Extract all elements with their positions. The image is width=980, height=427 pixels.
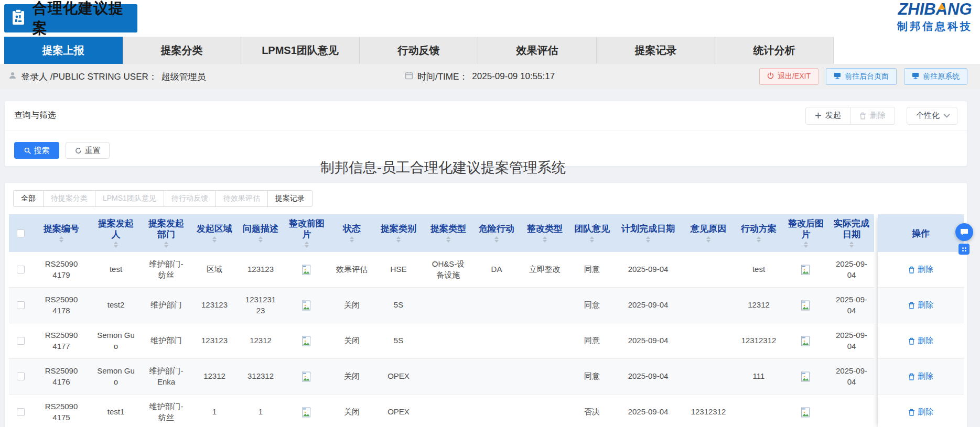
cell <box>682 252 735 287</box>
delete-row-button[interactable]: 删除 <box>908 371 933 381</box>
sort-caret-icon[interactable] <box>706 236 710 243</box>
search-button[interactable]: 搜索 <box>14 142 59 159</box>
tab-1[interactable]: 提案上报 <box>4 37 123 64</box>
reset-button[interactable]: 重置 <box>66 142 110 159</box>
sort-caret-icon[interactable] <box>849 242 854 248</box>
select-all-checkbox[interactable] <box>17 229 25 237</box>
logo-subtitle: 制邦信息科技 <box>897 19 973 34</box>
go-origin-button[interactable]: 前往原系统 <box>904 68 967 85</box>
cell: 关闭 <box>330 323 374 358</box>
cell: 12312312 <box>682 395 735 427</box>
cell <box>284 359 330 394</box>
image-thumbnail-icon[interactable] <box>801 336 811 346</box>
sort-caret-icon[interactable] <box>804 242 808 248</box>
tab-5[interactable]: 效果评估 <box>478 37 597 64</box>
cell: 12312 <box>238 323 284 358</box>
trash-icon <box>908 266 915 273</box>
cell <box>520 288 570 323</box>
row-checkbox[interactable] <box>17 373 25 380</box>
row-checkbox[interactable] <box>17 337 25 345</box>
sort-caret-icon[interactable] <box>590 236 594 243</box>
image-thumbnail-icon[interactable] <box>801 300 811 311</box>
sort-caret-icon[interactable] <box>164 242 168 248</box>
cell <box>423 359 473 394</box>
filter-card-title: 查询与筛选 <box>14 110 56 121</box>
plus-icon <box>815 112 822 119</box>
delete-row-button[interactable]: 删除 <box>908 407 933 417</box>
login-label: 登录人 /PUBLIC STRING USER： <box>21 71 157 83</box>
go-backend-button[interactable]: 前往后台页面 <box>826 68 897 85</box>
sort-caret-icon[interactable] <box>757 236 761 243</box>
session-buttons: 退出/EXIT 前往后台页面 前往原系统 <box>759 68 967 85</box>
cell <box>829 395 874 427</box>
tab-7[interactable]: 统计分析 <box>715 37 834 64</box>
sort-caret-icon[interactable] <box>494 236 499 243</box>
row-checkbox[interactable] <box>17 408 25 416</box>
action-cell: 删除 <box>878 359 964 395</box>
sort-caret-icon[interactable] <box>305 242 309 248</box>
cell: 2025-09-04 <box>829 252 874 287</box>
sort-caret-icon[interactable] <box>350 236 354 243</box>
status-chip-6[interactable]: 提案记录 <box>267 190 313 207</box>
delete-row-button[interactable]: 删除 <box>908 336 933 346</box>
sort-caret-icon[interactable] <box>543 236 547 243</box>
cell: 5S <box>374 288 423 323</box>
delete-row-button[interactable]: 删除 <box>908 300 933 310</box>
cell <box>682 359 735 394</box>
tab-2[interactable]: 提案分类 <box>123 37 241 64</box>
sort-caret-icon[interactable] <box>212 236 217 243</box>
sort-caret-icon[interactable] <box>646 236 650 243</box>
image-thumbnail-icon[interactable] <box>801 371 811 382</box>
widget-drag-handle[interactable] <box>959 244 970 255</box>
cell <box>473 359 520 394</box>
personalize-button[interactable]: 个性化 <box>907 107 957 125</box>
cell: 同意 <box>570 288 614 323</box>
logo-wordmark: ZHIBANG <box>897 1 973 18</box>
chat-bubble-icon <box>960 227 969 237</box>
column-header-15: 行动方案 <box>735 214 783 252</box>
delete-selected-label: 删除 <box>870 111 886 121</box>
sort-caret-icon[interactable] <box>259 236 263 243</box>
assistant-float-button[interactable] <box>955 223 973 241</box>
image-thumbnail-icon[interactable] <box>301 371 312 382</box>
action-cell: 删除 <box>878 323 964 359</box>
row-checkbox[interactable] <box>17 301 25 309</box>
cell: 同意 <box>570 323 614 358</box>
sort-caret-icon[interactable] <box>396 236 401 243</box>
cell: 否决 <box>570 395 614 427</box>
row-checkbox[interactable] <box>17 266 25 273</box>
column-header-3: 提案发起 部门 <box>141 214 191 252</box>
cell: 1 <box>191 395 238 427</box>
image-thumbnail-icon[interactable] <box>301 407 312 418</box>
drag-handle-icon <box>962 247 966 251</box>
status-chip-1[interactable]: 全部 <box>13 190 44 207</box>
sort-caret-icon[interactable] <box>59 236 63 243</box>
image-thumbnail-icon[interactable] <box>301 265 312 275</box>
sort-caret-icon[interactable] <box>446 236 450 243</box>
power-icon <box>767 72 774 81</box>
launch-button[interactable]: 发起 <box>805 107 850 125</box>
delete-selected-button[interactable]: 删除 <box>850 107 895 125</box>
clipboard-icon <box>9 8 27 28</box>
cell: OPEX <box>374 395 423 427</box>
tab-3[interactable]: LPMS1团队意见 <box>241 37 360 64</box>
cell <box>284 323 330 358</box>
cell <box>682 288 735 323</box>
tab-6[interactable]: 提案记录 <box>597 37 715 64</box>
exit-button[interactable]: 退出/EXIT <box>759 68 819 85</box>
table-row-1: RS250904179test维护部门-纺丝区域123123效果评估HSEOH&… <box>9 252 874 288</box>
delete-row-button[interactable]: 删除 <box>908 265 933 275</box>
go-backend-label: 前往后台页面 <box>845 72 889 81</box>
sort-caret-icon[interactable] <box>114 242 118 248</box>
image-thumbnail-icon[interactable] <box>801 407 811 418</box>
trash-icon <box>908 409 915 416</box>
image-thumbnail-icon[interactable] <box>801 265 811 275</box>
cell: 关闭 <box>330 395 374 427</box>
tab-4[interactable]: 行动反馈 <box>360 37 478 64</box>
cell: 2025-09-04 <box>614 359 682 394</box>
image-thumbnail-icon[interactable] <box>301 336 312 346</box>
image-thumbnail-icon[interactable] <box>301 300 312 311</box>
cell: 维护部门-纺丝 <box>141 395 191 427</box>
cell <box>520 323 570 358</box>
action-column: 操作删除删除删除删除删除 <box>878 214 964 427</box>
